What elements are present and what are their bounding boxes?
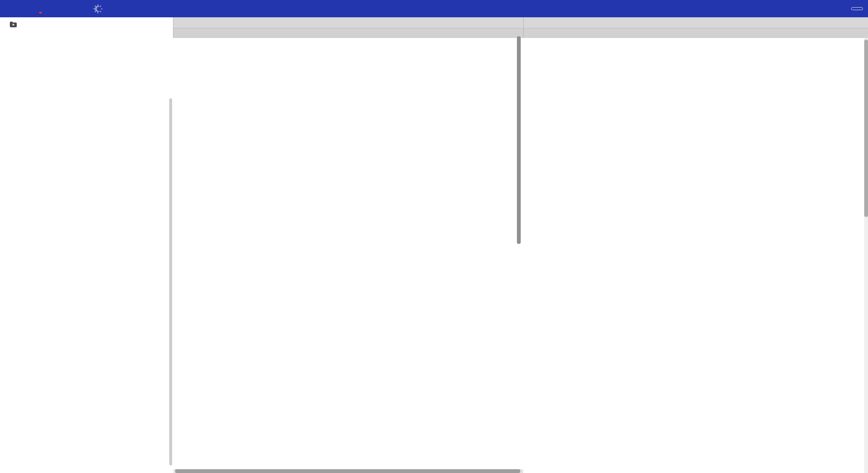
logout-button[interactable] [851,7,863,10]
page-edit-canvas[interactable] [173,38,523,473]
top-bar [0,0,868,17]
svg-text:★: ★ [12,23,15,27]
preview-tab-bar [523,17,868,28]
editor-vertical-scrollbar[interactable] [517,36,521,244]
sidebar-scrollbar[interactable] [169,98,172,465]
editor-toolbar [173,28,523,38]
editor-horizontal-scrollbar-track [173,469,523,473]
editor-tab-bar [173,17,523,28]
preview-scrollbar[interactable] [864,40,868,217]
preview-scrollbar-track [864,38,868,473]
topbar-right [830,7,863,10]
theme-toggle-icon[interactable] [93,4,103,14]
json-code-editor[interactable] [524,75,701,116]
file-tree-sidebar: ★ [0,17,173,473]
preview-panel [523,17,868,473]
tree-item-chris-chris-changes[interactable]: ★ [0,19,173,29]
editor-horizontal-scrollbar[interactable] [175,469,520,473]
workspace-icon: ★ [10,21,17,27]
preview-toolbar [523,28,868,38]
file-tree: ★ [0,17,173,29]
app-root: ★ [0,0,868,473]
component-doc [523,38,864,473]
editor-panel [173,17,523,473]
